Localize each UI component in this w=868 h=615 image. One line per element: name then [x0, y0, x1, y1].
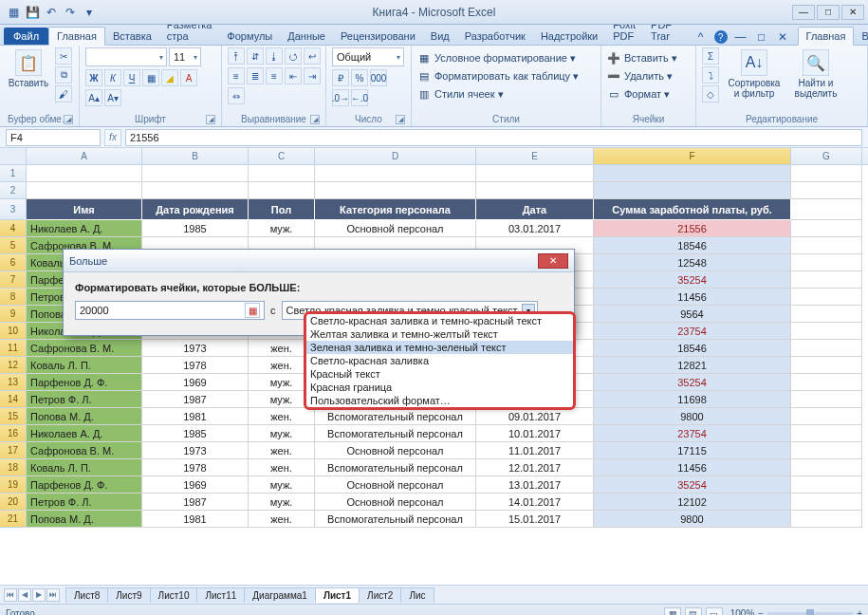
doc-minimize-icon[interactable]: —: [733, 29, 748, 45]
row-header[interactable]: 18: [0, 459, 27, 476]
cell[interactable]: 35254: [594, 271, 791, 289]
cell[interactable]: [791, 494, 862, 511]
row-header[interactable]: 19: [0, 476, 27, 494]
cell[interactable]: 12.01.2017: [476, 459, 594, 476]
percent-icon[interactable]: %: [351, 69, 368, 86]
shrink-font-icon[interactable]: A▾: [104, 89, 121, 106]
cell[interactable]: 12821: [594, 357, 791, 374]
sheet-nav-prev-icon[interactable]: ◀: [18, 588, 31, 602]
cell[interactable]: 1987: [142, 494, 249, 511]
cell[interactable]: [791, 220, 862, 237]
row-header[interactable]: 11: [0, 340, 27, 357]
sheet-tab[interactable]: Лист1: [315, 587, 360, 603]
cell[interactable]: 1985: [142, 425, 249, 442]
name-box[interactable]: F4: [6, 129, 101, 146]
cell[interactable]: 09.01.2017: [476, 408, 594, 425]
clipboard-launcher-icon[interactable]: ◢: [64, 115, 73, 124]
cell[interactable]: Попова М. Д.: [27, 408, 142, 425]
cell[interactable]: [791, 254, 862, 271]
row-header[interactable]: 16: [0, 425, 27, 442]
row-header[interactable]: 10: [0, 323, 27, 340]
sheet-tab[interactable]: Лист10: [150, 587, 198, 603]
sheet-nav-next-icon[interactable]: ▶: [32, 588, 46, 602]
ribbon-tab[interactable]: Разработчик: [457, 28, 533, 45]
cell[interactable]: Парфенов Д. Ф.: [27, 374, 142, 391]
cell[interactable]: 35254: [594, 476, 791, 494]
doc-restore-icon[interactable]: □: [754, 29, 769, 45]
cell[interactable]: [791, 323, 862, 340]
cell[interactable]: Попова М. Д.: [27, 511, 142, 528]
format-option[interactable]: Светло-красная заливка и темно-красный т…: [306, 314, 573, 327]
font-size-combo[interactable]: 11: [169, 47, 201, 66]
cell[interactable]: 17115: [594, 442, 791, 459]
cell[interactable]: муж.: [249, 425, 315, 442]
cell[interactable]: 14.01.2017: [476, 494, 594, 511]
cell[interactable]: [791, 306, 862, 323]
ribbon-tab[interactable]: Данные: [280, 28, 333, 45]
cell[interactable]: 1981: [142, 408, 249, 425]
cell[interactable]: 10.01.2017: [476, 425, 594, 442]
format-option[interactable]: Красный текст: [306, 367, 573, 381]
cell[interactable]: Парфенов Д. Ф.: [27, 476, 142, 494]
dialog-titlebar[interactable]: Больше ✕: [64, 250, 574, 272]
align-center-icon[interactable]: ≣: [247, 67, 264, 84]
cell[interactable]: Николаев А. Д.: [27, 220, 142, 237]
italic-icon[interactable]: К: [104, 69, 121, 86]
cell[interactable]: 12102: [594, 494, 791, 511]
view-pagebreak-icon[interactable]: ▭: [706, 607, 723, 616]
restore-button[interactable]: □: [817, 5, 840, 20]
sort-filter-button[interactable]: A↓ Сортировка и фильтр: [725, 47, 784, 99]
col-header-D[interactable]: D: [315, 148, 476, 164]
cell[interactable]: Петров Ф. Л.: [27, 494, 142, 511]
row-header[interactable]: 13: [0, 374, 27, 391]
cell[interactable]: 9800: [594, 511, 791, 528]
cell[interactable]: муж.: [249, 476, 315, 494]
cell[interactable]: Коваль Л. П.: [27, 459, 142, 476]
cell[interactable]: 1985: [142, 220, 249, 237]
tab-1[interactable]: Вставка: [854, 28, 868, 45]
redo-icon[interactable]: ↷: [63, 5, 78, 20]
cell[interactable]: [791, 374, 862, 391]
cell[interactable]: [791, 459, 862, 476]
cell[interactable]: [791, 340, 862, 357]
insert-cells-button[interactable]: ➕Вставить ▾: [607, 49, 677, 66]
cell[interactable]: Вспомогательный персонал: [315, 425, 476, 442]
cell[interactable]: 1973: [142, 340, 249, 357]
sheet-nav-first-icon[interactable]: ⏮: [4, 588, 17, 602]
copy-icon[interactable]: ⧉: [55, 66, 72, 84]
font-name-combo[interactable]: [85, 47, 167, 66]
col-header-E[interactable]: E: [476, 148, 594, 164]
cell[interactable]: [791, 408, 862, 425]
row-header[interactable]: 20: [0, 494, 27, 511]
cell[interactable]: Основной персонал: [315, 476, 476, 494]
sheet-tab[interactable]: Лист9: [107, 587, 150, 603]
qat-more-icon[interactable]: ▾: [82, 5, 97, 20]
delete-cells-button[interactable]: ➖Удалить ▾: [607, 67, 673, 84]
row-header[interactable]: 4: [0, 220, 27, 237]
format-painter-icon[interactable]: 🖌: [55, 85, 72, 102]
comma-icon[interactable]: 000: [370, 69, 387, 86]
format-as-table-button[interactable]: ▤Форматировать как таблицу ▾: [417, 67, 579, 84]
cell[interactable]: жен.: [249, 459, 315, 476]
row-header[interactable]: 3: [0, 199, 27, 220]
align-bottom-icon[interactable]: ⭳: [266, 47, 283, 65]
cell[interactable]: Основной персонал: [315, 220, 476, 237]
cell[interactable]: [791, 476, 862, 494]
ribbon-tab[interactable]: Формулы: [219, 28, 280, 45]
cell[interactable]: Вспомогательный персонал: [315, 408, 476, 425]
col-header-G[interactable]: G: [791, 148, 862, 164]
tab-0[interactable]: Главная: [798, 27, 855, 46]
autosum-icon[interactable]: Σ: [702, 47, 719, 65]
threshold-input[interactable]: 20000 ▦: [75, 301, 265, 320]
cell[interactable]: 03.01.2017: [476, 220, 594, 237]
close-button[interactable]: ✕: [841, 5, 864, 20]
cell[interactable]: муж.: [249, 494, 315, 511]
cell[interactable]: 13.01.2017: [476, 476, 594, 494]
format-option[interactable]: Светло-красная заливка: [306, 354, 573, 367]
align-left-icon[interactable]: ≡: [228, 67, 245, 84]
clear-icon[interactable]: ◇: [702, 85, 719, 102]
find-select-button[interactable]: 🔍 Найти и выделить: [789, 47, 842, 99]
cell[interactable]: 11456: [594, 289, 791, 306]
col-header-C[interactable]: C: [249, 148, 315, 164]
row-header[interactable]: 9: [0, 306, 27, 323]
